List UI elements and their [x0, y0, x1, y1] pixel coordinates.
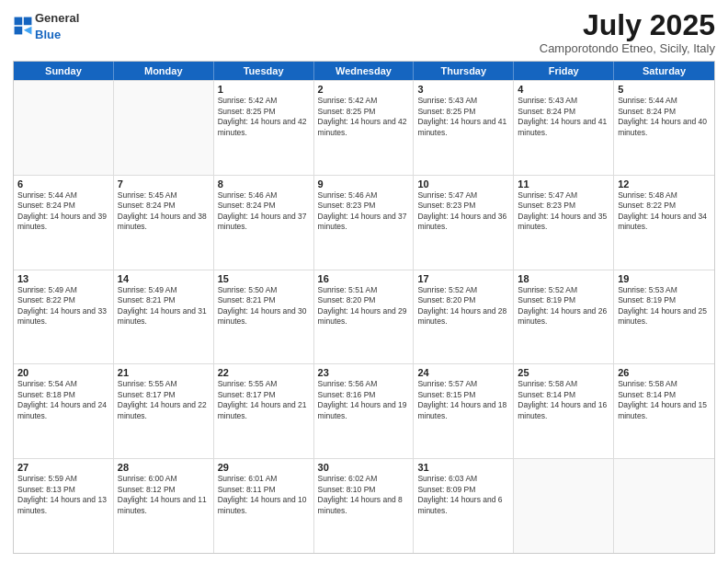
calendar-row: 6Sunrise: 5:44 AMSunset: 8:24 PMDaylight… — [14, 175, 714, 270]
calendar-cell: 24Sunrise: 5:57 AMSunset: 8:15 PMDayligh… — [414, 364, 514, 458]
cell-info: Sunrise: 5:46 AMSunset: 8:24 PMDaylight:… — [218, 190, 310, 233]
cell-info: Sunrise: 5:55 AMSunset: 8:17 PMDaylight:… — [218, 379, 310, 421]
cell-info: Sunrise: 5:42 AMSunset: 8:25 PMDaylight:… — [318, 96, 410, 138]
calendar-cell: 1Sunrise: 5:42 AMSunset: 8:25 PMDaylight… — [214, 81, 314, 175]
cell-info: Sunrise: 5:43 AMSunset: 8:25 PMDaylight:… — [417, 96, 509, 138]
day-number: 23 — [318, 367, 410, 378]
cell-info: Sunrise: 6:00 AMSunset: 8:12 PMDaylight:… — [118, 474, 210, 516]
calendar-header: SundayMondayTuesdayWednesdayThursdayFrid… — [14, 62, 714, 80]
calendar-cell: 26Sunrise: 5:58 AMSunset: 8:14 PMDayligh… — [614, 364, 714, 458]
day-number: 22 — [218, 367, 310, 378]
subtitle: Camporotondo Etneo, Sicily, Italy — [540, 41, 715, 55]
day-number: 15 — [218, 273, 310, 284]
day-number: 9 — [318, 178, 410, 190]
title-section: July 2025 Camporotondo Etneo, Sicily, It… — [540, 9, 715, 55]
cell-info: Sunrise: 5:59 AMSunset: 8:13 PMDaylight:… — [17, 474, 109, 516]
cell-info: Sunrise: 5:52 AMSunset: 8:19 PMDaylight:… — [518, 285, 609, 327]
calendar-cell: 8Sunrise: 5:46 AMSunset: 8:24 PMDaylight… — [214, 176, 314, 270]
day-number: 21 — [118, 367, 210, 378]
day-number: 30 — [318, 462, 410, 473]
cell-info: Sunrise: 5:47 AMSunset: 8:23 PMDaylight:… — [518, 190, 609, 233]
day-number: 1 — [218, 84, 310, 95]
calendar-cell: 3Sunrise: 5:43 AMSunset: 8:25 PMDaylight… — [414, 81, 514, 175]
calendar-row: 27Sunrise: 5:59 AMSunset: 8:13 PMDayligh… — [14, 458, 714, 553]
calendar-cell: 12Sunrise: 5:48 AMSunset: 8:22 PMDayligh… — [614, 176, 714, 270]
calendar-cell: 30Sunrise: 6:02 AMSunset: 8:10 PMDayligh… — [314, 459, 415, 553]
calendar-row: 13Sunrise: 5:49 AMSunset: 8:22 PMDayligh… — [14, 270, 714, 364]
day-number: 31 — [417, 462, 509, 473]
logo-icon — [13, 16, 33, 36]
cell-info: Sunrise: 5:45 AMSunset: 8:24 PMDaylight:… — [118, 190, 210, 233]
svg-rect-2 — [15, 27, 23, 35]
cell-info: Sunrise: 5:44 AMSunset: 8:24 PMDaylight:… — [618, 96, 711, 138]
day-number: 8 — [218, 178, 310, 190]
calendar-day-header: Thursday — [414, 62, 514, 80]
main-title: July 2025 — [540, 9, 715, 41]
cell-info: Sunrise: 5:58 AMSunset: 8:14 PMDaylight:… — [518, 379, 609, 421]
day-number: 10 — [417, 178, 509, 190]
calendar-cell: 25Sunrise: 5:58 AMSunset: 8:14 PMDayligh… — [514, 364, 614, 458]
day-number: 4 — [518, 84, 609, 95]
calendar-row: 1Sunrise: 5:42 AMSunset: 8:25 PMDaylight… — [14, 80, 714, 175]
day-number: 29 — [218, 462, 310, 473]
day-number: 2 — [318, 84, 410, 95]
cell-info: Sunrise: 5:48 AMSunset: 8:22 PMDaylight:… — [618, 190, 711, 233]
calendar-cell: 19Sunrise: 5:53 AMSunset: 8:19 PMDayligh… — [614, 270, 714, 364]
day-number: 13 — [17, 273, 109, 284]
cell-info: Sunrise: 5:42 AMSunset: 8:25 PMDaylight:… — [218, 96, 310, 138]
cell-info: Sunrise: 5:53 AMSunset: 8:19 PMDaylight:… — [618, 285, 711, 327]
day-number: 14 — [118, 273, 210, 284]
day-number: 12 — [618, 178, 711, 190]
day-number: 26 — [618, 367, 711, 378]
calendar-cell: 7Sunrise: 5:45 AMSunset: 8:24 PMDaylight… — [114, 176, 214, 270]
calendar-cell: 4Sunrise: 5:43 AMSunset: 8:24 PMDaylight… — [514, 81, 614, 175]
calendar-cell: 15Sunrise: 5:50 AMSunset: 8:21 PMDayligh… — [214, 270, 314, 364]
calendar-cell: 6Sunrise: 5:44 AMSunset: 8:24 PMDaylight… — [14, 176, 114, 270]
calendar-row: 20Sunrise: 5:54 AMSunset: 8:18 PMDayligh… — [14, 363, 714, 458]
calendar-cell — [14, 81, 114, 175]
calendar-cell: 10Sunrise: 5:47 AMSunset: 8:23 PMDayligh… — [414, 176, 514, 270]
day-number: 24 — [417, 367, 509, 378]
svg-rect-1 — [24, 17, 32, 26]
cell-info: Sunrise: 5:52 AMSunset: 8:20 PMDaylight:… — [417, 285, 509, 327]
day-number: 27 — [17, 462, 109, 473]
calendar-day-header: Monday — [114, 62, 214, 80]
svg-marker-3 — [24, 27, 32, 35]
calendar-day-header: Friday — [514, 62, 614, 80]
calendar-cell: 17Sunrise: 5:52 AMSunset: 8:20 PMDayligh… — [414, 270, 514, 364]
calendar-body: 1Sunrise: 5:42 AMSunset: 8:25 PMDaylight… — [14, 80, 714, 553]
cell-info: Sunrise: 5:43 AMSunset: 8:24 PMDaylight:… — [518, 96, 609, 138]
calendar-cell: 18Sunrise: 5:52 AMSunset: 8:19 PMDayligh… — [514, 270, 614, 364]
calendar-cell: 20Sunrise: 5:54 AMSunset: 8:18 PMDayligh… — [14, 364, 114, 458]
cell-info: Sunrise: 6:03 AMSunset: 8:09 PMDaylight:… — [417, 474, 509, 516]
logo: General Blue — [13, 9, 79, 42]
day-number: 25 — [518, 367, 609, 378]
cell-info: Sunrise: 5:51 AMSunset: 8:20 PMDaylight:… — [318, 285, 410, 327]
day-number: 6 — [17, 178, 109, 190]
calendar-cell: 14Sunrise: 5:49 AMSunset: 8:21 PMDayligh… — [114, 270, 214, 364]
calendar-cell: 16Sunrise: 5:51 AMSunset: 8:20 PMDayligh… — [314, 270, 415, 364]
calendar-cell: 21Sunrise: 5:55 AMSunset: 8:17 PMDayligh… — [114, 364, 214, 458]
day-number: 3 — [417, 84, 509, 95]
cell-info: Sunrise: 5:46 AMSunset: 8:23 PMDaylight:… — [318, 190, 410, 233]
calendar-cell: 29Sunrise: 6:01 AMSunset: 8:11 PMDayligh… — [214, 459, 314, 553]
cell-info: Sunrise: 5:55 AMSunset: 8:17 PMDaylight:… — [118, 379, 210, 421]
cell-info: Sunrise: 5:44 AMSunset: 8:24 PMDaylight:… — [17, 190, 109, 233]
calendar-cell: 23Sunrise: 5:56 AMSunset: 8:16 PMDayligh… — [314, 364, 415, 458]
day-number: 7 — [118, 178, 210, 190]
svg-rect-0 — [15, 17, 23, 26]
calendar-cell: 28Sunrise: 6:00 AMSunset: 8:12 PMDayligh… — [114, 459, 214, 553]
cell-info: Sunrise: 5:50 AMSunset: 8:21 PMDaylight:… — [218, 285, 310, 327]
cell-info: Sunrise: 5:49 AMSunset: 8:21 PMDaylight:… — [118, 285, 210, 327]
cell-info: Sunrise: 5:58 AMSunset: 8:14 PMDaylight:… — [618, 379, 711, 421]
page: General Blue July 2025 Camporotondo Etne… — [0, 0, 728, 563]
calendar-cell — [614, 459, 714, 553]
calendar-day-header: Saturday — [614, 62, 714, 80]
cell-info: Sunrise: 5:54 AMSunset: 8:18 PMDaylight:… — [17, 379, 109, 421]
calendar-cell: 31Sunrise: 6:03 AMSunset: 8:09 PMDayligh… — [414, 459, 514, 553]
cell-info: Sunrise: 5:49 AMSunset: 8:22 PMDaylight:… — [17, 285, 109, 327]
cell-info: Sunrise: 5:47 AMSunset: 8:23 PMDaylight:… — [417, 190, 509, 233]
day-number: 11 — [518, 178, 609, 190]
calendar-cell: 27Sunrise: 5:59 AMSunset: 8:13 PMDayligh… — [14, 459, 114, 553]
day-number: 28 — [118, 462, 210, 473]
